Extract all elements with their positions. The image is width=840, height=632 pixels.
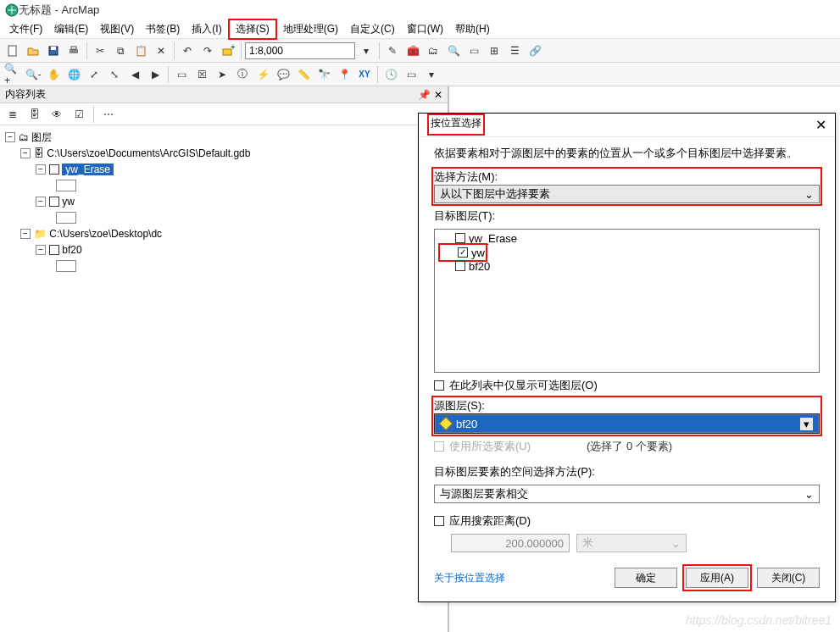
chevron-down-icon: ⌄ (804, 488, 814, 501)
toolbox-icon[interactable]: 🧰 (403, 42, 422, 60)
layer-bf20[interactable]: bf20 (62, 244, 81, 256)
layer-visibility-checkbox[interactable] (49, 245, 59, 255)
select-features-icon[interactable]: ▭ (172, 65, 191, 84)
about-select-by-location-link[interactable]: 关于按位置选择 (434, 571, 505, 585)
target-checkbox[interactable] (455, 233, 465, 243)
menu-file[interactable]: 文件(F) (3, 20, 48, 38)
fixed-zoom-in-icon[interactable]: ⤢ (85, 65, 103, 84)
open-icon[interactable] (24, 42, 42, 60)
back-extent-icon[interactable]: ◀ (125, 65, 144, 84)
symbol-swatch[interactable] (56, 212, 76, 224)
save-icon[interactable] (44, 42, 63, 60)
chevron-down-icon: ▾ (800, 418, 813, 430)
apply-distance-checkbox[interactable] (434, 516, 444, 526)
gdb-path-label[interactable]: C:\Users\zoe\Documents\ArcGIS\Default.gd… (47, 147, 250, 159)
scale-dropdown-icon[interactable]: ▾ (357, 42, 375, 60)
target-row-bf20[interactable]: bf20 (438, 259, 815, 273)
full-extent-icon[interactable]: 🌐 (64, 65, 83, 84)
menu-geoprocessing[interactable]: 地理处理(G) (277, 20, 344, 38)
print-icon[interactable] (64, 42, 83, 60)
add-data-icon[interactable]: + (219, 42, 237, 60)
dialog-titlebar: 按位置选择 ✕ (419, 114, 835, 137)
fixed-zoom-out-icon[interactable]: ⤡ (105, 65, 124, 84)
cut-icon[interactable]: ✂ (91, 42, 109, 60)
list-by-drawing-order-icon[interactable]: ≣ (3, 105, 22, 124)
html-popup-icon[interactable]: 💬 (274, 65, 292, 84)
toc-close-icon[interactable]: ✕ (434, 89, 442, 101)
list-by-source-icon[interactable]: 🗄 (25, 105, 44, 124)
search-window-icon[interactable]: 🔍 (444, 42, 463, 60)
copy-icon[interactable]: ⧉ (111, 42, 130, 60)
ok-button[interactable]: 确定 (615, 568, 677, 588)
tree-collapse-icon[interactable]: − (20, 229, 31, 239)
target-layers-list[interactable]: yw_Erase ✓yw bf20 (434, 229, 820, 373)
python-window-icon[interactable]: ▭ (465, 42, 483, 60)
menu-help[interactable]: 帮助(H) (449, 20, 496, 38)
paste-icon[interactable]: 📋 (131, 42, 150, 60)
target-checkbox[interactable]: ✓ (458, 247, 468, 258)
apply-button[interactable]: 应用(A) (686, 568, 748, 588)
model-builder-icon[interactable]: ⊞ (485, 42, 503, 60)
menu-customize[interactable]: 自定义(C) (344, 20, 401, 38)
target-checkbox[interactable] (455, 261, 465, 271)
dialog-close-icon[interactable]: ✕ (815, 117, 826, 133)
forward-extent-icon[interactable]: ▶ (146, 65, 164, 84)
symbol-swatch[interactable] (56, 180, 76, 191)
goto-xy-icon[interactable]: XY (355, 65, 374, 84)
layer-yw[interactable]: yw (62, 196, 75, 208)
layer-visibility-checkbox[interactable] (49, 164, 59, 175)
identify-icon[interactable]: ⓘ (233, 65, 252, 84)
menu-window[interactable]: 窗口(W) (401, 20, 449, 38)
editor-toolbar-icon[interactable]: ✎ (383, 42, 402, 60)
menu-select[interactable]: 选择(S) (228, 19, 277, 40)
toc-options-icon[interactable]: ⋯ (99, 105, 118, 124)
toc-pin-icon[interactable]: 📌 (418, 89, 431, 101)
pointer-icon[interactable]: ➤ (213, 65, 231, 84)
hyperlink-icon[interactable]: ⚡ (253, 65, 272, 84)
layer-yw-erase[interactable]: yw_Erase (62, 164, 114, 175)
spatial-method-combo[interactable]: 与源图层要素相交 ⌄ (434, 485, 820, 503)
arccatalog-icon[interactable]: 🔗 (526, 42, 544, 60)
create-viewer-icon[interactable]: ▭ (402, 65, 420, 84)
target-row-yw-erase[interactable]: yw_Erase (438, 231, 815, 245)
list-by-visibility-icon[interactable]: 👁 (47, 105, 66, 124)
find-route-icon[interactable]: 📍 (335, 65, 353, 84)
tree-collapse-icon[interactable]: − (36, 245, 46, 255)
close-button[interactable]: 关闭(C) (757, 568, 820, 588)
viewer-dropdown-icon[interactable]: ▾ (422, 65, 441, 84)
list-by-selection-icon[interactable]: ☑ (70, 105, 88, 124)
pan-icon[interactable]: ✋ (44, 65, 63, 84)
delete-icon[interactable]: ✕ (152, 42, 170, 60)
new-doc-icon[interactable] (3, 42, 22, 60)
find-icon[interactable]: 🔭 (314, 65, 333, 84)
menu-insert[interactable]: 插入(I) (186, 20, 227, 38)
tree-collapse-icon[interactable]: − (20, 148, 31, 158)
table-of-contents-icon[interactable]: ☰ (505, 42, 524, 60)
target-layers-label: 目标图层(T): (434, 208, 820, 224)
measure-icon[interactable]: 📏 (294, 65, 313, 84)
undo-icon[interactable]: ↶ (178, 42, 197, 60)
dc-path-label[interactable]: C:\Users\zoe\Desktop\dc (49, 228, 162, 240)
selection-method-combo[interactable]: 从以下图层中选择要素 ⌄ (434, 185, 820, 203)
symbol-swatch[interactable] (56, 260, 76, 272)
menu-view[interactable]: 视图(V) (94, 20, 140, 38)
menu-edit[interactable]: 编辑(E) (48, 20, 94, 38)
selection-method-label: 选择方法(M): (434, 169, 820, 185)
tree-collapse-icon[interactable]: − (36, 164, 46, 175)
layer-visibility-checkbox[interactable] (49, 197, 59, 207)
clear-selection-icon[interactable]: ☒ (192, 65, 211, 84)
svg-rect-1 (8, 46, 16, 56)
source-layer-combo[interactable]: bf20 ▾ (435, 414, 819, 433)
time-slider-icon[interactable]: 🕓 (381, 65, 400, 84)
catalog-icon[interactable]: 🗂 (424, 42, 442, 60)
layers-root-label[interactable]: 图层 (31, 130, 52, 145)
tree-collapse-icon[interactable]: − (5, 132, 15, 142)
redo-icon[interactable]: ↷ (198, 42, 217, 60)
tree-collapse-icon[interactable]: − (36, 197, 46, 207)
zoom-out-icon[interactable]: 🔍- (24, 65, 42, 84)
zoom-in-icon[interactable]: 🔍+ (3, 65, 22, 84)
only-visible-checkbox[interactable] (434, 380, 444, 391)
menu-bookmark[interactable]: 书签(B) (140, 20, 186, 38)
scale-input[interactable] (245, 42, 355, 59)
target-row-yw[interactable]: ✓yw (441, 246, 485, 259)
